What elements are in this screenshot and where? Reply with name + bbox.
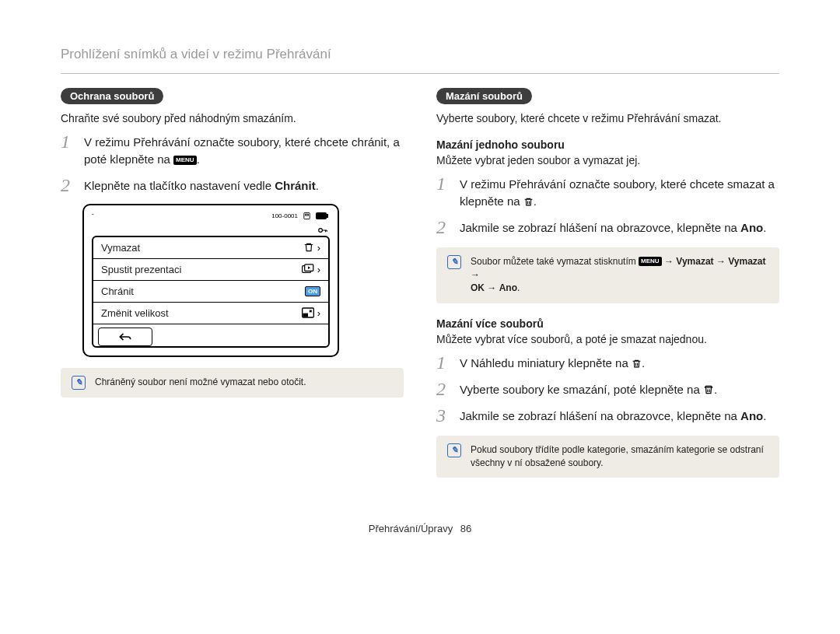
menu-row-slideshow[interactable]: Spustit prezentaci › bbox=[93, 258, 328, 280]
svg-point-4 bbox=[319, 228, 323, 232]
left-steps: 1 V režimu Přehrávání označte soubory, k… bbox=[61, 132, 404, 194]
single-note-box: ✎ Soubor můžete také vymazat stisknutím … bbox=[436, 247, 779, 303]
t: → bbox=[714, 256, 729, 267]
footer-page-number: 86 bbox=[460, 523, 471, 534]
step-number: 2 bbox=[436, 380, 450, 398]
note-icon: ✎ bbox=[447, 443, 461, 457]
single-step-1: 1 V režimu Přehrávání označte soubory, k… bbox=[436, 174, 779, 210]
menu-label: Vymazat bbox=[101, 242, 140, 254]
left-note-box: ✎ Chráněný soubor není možné vymazat neb… bbox=[61, 368, 404, 398]
back-button[interactable] bbox=[98, 328, 152, 346]
icon-glyph: ✎ bbox=[75, 377, 82, 389]
trash-icon bbox=[303, 242, 314, 254]
back-arrow-icon bbox=[117, 331, 133, 342]
right-column: Mazání souborů Vyberte soubory, které ch… bbox=[436, 88, 779, 492]
step-text: V režimu Přehrávání označte soubory, kte… bbox=[84, 132, 404, 168]
icon-glyph: ✎ bbox=[451, 256, 458, 268]
content-columns: Ochrana souborů Chraňte své soubory před… bbox=[61, 88, 779, 492]
icon-glyph: ✎ bbox=[451, 444, 458, 457]
menu-label: Spustit prezentaci bbox=[101, 264, 181, 275]
menu-back-row bbox=[93, 324, 328, 346]
step-text: Klepněte na tlačítko nastavení vedle Chr… bbox=[84, 176, 319, 194]
t: Vymazat bbox=[728, 256, 765, 267]
single-delete-heading: Mazání jednoho souboru bbox=[436, 138, 779, 151]
multi-step-3: 3 Jakmile se zobrazí hlášení na obrazovc… bbox=[436, 406, 779, 425]
note-text: Chráněný soubor není možné vymazat nebo … bbox=[95, 376, 306, 389]
on-badge: ON bbox=[305, 286, 320, 296]
t: OK bbox=[471, 282, 485, 293]
step-number: 1 bbox=[436, 353, 450, 372]
note-icon: ✎ bbox=[447, 255, 461, 269]
single-steps: 1 V režimu Přehrávání označte soubory, k… bbox=[436, 174, 779, 236]
slideshow-icon bbox=[302, 264, 314, 275]
text: Klepněte na tlačítko nastavení vedle bbox=[84, 179, 275, 192]
chevron-right-icon: › bbox=[317, 307, 320, 319]
multi-step-1: 1 V Náhledu miniatury klepněte na . bbox=[436, 353, 779, 372]
single-delete-lead: Můžete vybrat jeden soubor a vymazat jej… bbox=[436, 154, 779, 166]
multi-note-box: ✎ Pokud soubory třídíte podle kategorie,… bbox=[436, 436, 779, 478]
svg-rect-1 bbox=[306, 214, 309, 215]
text: V režimu Přehrávání označte soubory, kte… bbox=[460, 177, 775, 208]
multi-step-2: 2 Vyberte soubory ke smazání, poté klepn… bbox=[436, 380, 779, 398]
multi-delete-heading: Mazání více souborů bbox=[436, 317, 779, 330]
image-counter: 100-0001 bbox=[271, 212, 298, 219]
step-number: 3 bbox=[436, 406, 450, 425]
scroll-caret-icon: ˆ bbox=[92, 212, 94, 219]
right-heading-pill: Mazání souborů bbox=[436, 88, 532, 104]
text: . bbox=[642, 356, 645, 370]
text: Vyberte soubory ke smazání, poté klepnět… bbox=[460, 383, 703, 396]
page-footer: Přehrávání/Úpravy 86 bbox=[61, 523, 779, 534]
svg-rect-3 bbox=[327, 214, 328, 217]
text: . bbox=[534, 194, 537, 208]
single-step-2: 2 Jakmile se zobrazí hlášení na obrazovc… bbox=[436, 218, 779, 236]
text: V režimu Přehrávání označte soubory, kte… bbox=[84, 135, 400, 166]
left-lead: Chraňte své soubory před náhodným smazán… bbox=[61, 112, 404, 124]
text-bold: Ano bbox=[740, 409, 763, 422]
note-text: Soubor můžete také vymazat stisknutím ME… bbox=[471, 255, 768, 296]
step-text: Jakmile se zobrazí hlášení na obrazovce,… bbox=[460, 406, 766, 425]
right-lead: Vyberte soubory, které chcete v režimu P… bbox=[436, 112, 779, 124]
camera-menu-figure: ˆ 100-0001 Vymazat bbox=[82, 204, 339, 357]
t: Soubor můžete také vymazat stisknutím bbox=[471, 256, 639, 267]
text: . bbox=[763, 409, 766, 422]
camera-menu: Vymazat › Spustit prezentaci › bbox=[92, 236, 330, 348]
menu-row-protect[interactable]: Chránit ON bbox=[93, 280, 328, 302]
memory-icon bbox=[303, 212, 311, 220]
note-icon: ✎ bbox=[72, 376, 86, 390]
t: Ano bbox=[499, 282, 517, 293]
left-column: Ochrana souborů Chraňte své soubory před… bbox=[61, 88, 404, 492]
step-number: 1 bbox=[436, 174, 450, 193]
t: . bbox=[517, 282, 520, 293]
trash-icon bbox=[523, 194, 534, 208]
text: . bbox=[714, 383, 717, 396]
text: Jakmile se zobrazí hlášení na obrazovce,… bbox=[460, 409, 740, 422]
step-text: V režimu Přehrávání označte soubory, kte… bbox=[460, 174, 779, 210]
multi-delete-lead: Můžete vybrat více souborů, a poté je sm… bbox=[436, 333, 779, 345]
t: Vymazat bbox=[676, 256, 713, 267]
trash-icon bbox=[632, 356, 642, 370]
t: → bbox=[485, 282, 499, 293]
step-number: 1 bbox=[61, 132, 75, 151]
multi-steps: 1 V Náhledu miniatury klepněte na . 2 Vy… bbox=[436, 353, 779, 425]
left-step-1: 1 V režimu Přehrávání označte soubory, k… bbox=[61, 132, 404, 168]
text: . bbox=[316, 179, 319, 192]
t: → bbox=[662, 256, 677, 267]
menu-row-resize[interactable]: Změnit velikost › bbox=[93, 302, 328, 324]
left-step-2: 2 Klepněte na tlačítko nastavení vedle C… bbox=[61, 176, 404, 194]
text: V Náhledu miniatury klepněte na bbox=[460, 356, 632, 370]
lock-indicator bbox=[92, 225, 330, 236]
menu-icon: MENU bbox=[173, 156, 197, 165]
resize-icon bbox=[302, 307, 314, 319]
text-bold: Ano bbox=[740, 221, 763, 234]
menu-row-delete[interactable]: Vymazat › bbox=[93, 237, 328, 258]
step-text: V Náhledu miniatury klepněte na . bbox=[460, 353, 645, 372]
title-divider bbox=[61, 73, 779, 74]
note-text: Pokud soubory třídíte podle kategorie, s… bbox=[471, 443, 768, 471]
step-text: Vyberte soubory ke smazání, poté klepnět… bbox=[460, 380, 717, 398]
battery-icon bbox=[316, 212, 328, 219]
t: → bbox=[471, 269, 480, 280]
text: . bbox=[763, 221, 766, 234]
menu-label: Změnit velikost bbox=[101, 307, 169, 319]
text: . bbox=[197, 152, 200, 166]
step-number: 2 bbox=[436, 218, 450, 236]
